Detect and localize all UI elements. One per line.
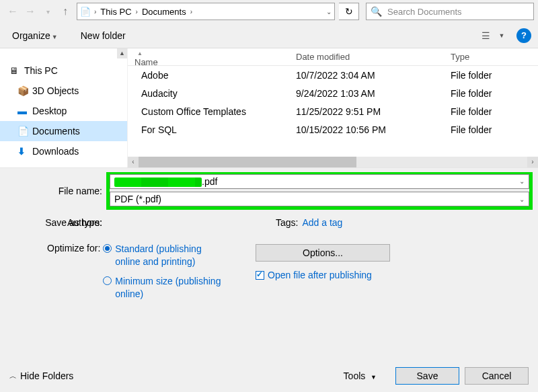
documents-icon [17, 126, 28, 136]
optimize-minsize-radio[interactable]: Minimum size (publishing online) [103, 275, 223, 301]
search-input[interactable]: 🔍 Search Documents [366, 3, 534, 20]
sidebar-item-downloads[interactable]: Downloads [0, 141, 127, 161]
forward-button[interactable]: → [22, 3, 39, 20]
sidebar: ▲ This PC 3D Objects Desktop Documents D… [0, 48, 128, 167]
scroll-right-icon[interactable]: › [527, 157, 538, 167]
saveas-label: Save as type: [7, 216, 108, 228]
chevron-up-icon: ︿ [9, 371, 17, 381]
saveas-highlight: .pdf ⌄ PDF (*.pdf) ⌄ [106, 172, 533, 210]
table-row[interactable]: Adobe 10/7/2022 3:04 AM File folder [128, 66, 538, 84]
sidebar-item-label: Desktop [32, 106, 67, 116]
save-button[interactable]: Save [395, 367, 459, 385]
scroll-left-icon[interactable]: ‹ [128, 157, 139, 167]
sidebar-item-label: Downloads [32, 146, 79, 157]
sidebar-item-label: This PC [24, 65, 58, 76]
back-button[interactable]: ← [4, 3, 22, 20]
optimize-standard-radio[interactable]: Standard (publishing online and printing… [103, 243, 223, 268]
view-list-icon[interactable]: ☰ [477, 28, 494, 44]
3d-icon [17, 85, 28, 96]
help-icon[interactable]: ? [516, 28, 531, 43]
organize-menu[interactable]: Organize▼ [7, 28, 63, 44]
checkbox-icon [256, 271, 264, 280]
breadcrumb[interactable]: 📄 › This PC › Documents › ⌄ [77, 3, 335, 20]
column-header-type[interactable]: Type [451, 52, 538, 62]
options-button[interactable]: Options... [256, 244, 390, 262]
chevron-right-icon: › [92, 8, 98, 15]
scroll-up-icon[interactable]: ▲ [117, 48, 127, 58]
pc-icon [9, 65, 20, 76]
open-after-checkbox[interactable]: Open file after publishing [256, 270, 531, 280]
sidebar-item-documents[interactable]: Documents [0, 121, 127, 141]
hscrollbar[interactable]: ‹ › [128, 157, 538, 167]
refresh-button[interactable]: ↻ [339, 3, 359, 20]
radio-icon [103, 244, 112, 253]
search-placeholder: Search Documents [387, 7, 462, 17]
chevron-down-icon[interactable]: ⌄ [326, 8, 332, 15]
file-list: ▲ Name Date modified Type Adobe 10/7/202… [128, 48, 538, 167]
filename-input[interactable]: .pdf ⌄ [110, 174, 529, 189]
cancel-button[interactable]: Cancel [465, 367, 529, 385]
radio-icon [103, 276, 112, 285]
sidebar-item-desktop[interactable]: Desktop [0, 101, 127, 121]
tools-menu[interactable]: Tools ▼ [344, 370, 377, 381]
breadcrumb-seg[interactable]: This PC [98, 7, 133, 17]
table-row[interactable]: Audacity 9/24/2022 1:03 AM File folder [128, 84, 538, 102]
chevron-right-icon: › [188, 8, 194, 15]
sidebar-item-label: 3D Objects [32, 85, 79, 96]
search-icon: 🔍 [371, 6, 382, 17]
download-icon [17, 146, 28, 157]
saveas-type-dropdown[interactable]: PDF (*.pdf) ⌄ [110, 192, 529, 206]
chevron-right-icon: › [134, 8, 140, 15]
column-header-date[interactable]: Date modified [296, 52, 451, 62]
up-button[interactable]: ↑ [56, 3, 74, 20]
filename-label: File name: [7, 186, 108, 196]
table-row[interactable]: For SQL 10/15/2022 10:56 PM File folder [128, 120, 538, 139]
desktop-icon [17, 106, 28, 116]
breadcrumb-seg[interactable]: Documents [140, 7, 188, 17]
column-header-name[interactable]: ▲ Name [134, 48, 296, 67]
sidebar-item-this-pc[interactable]: This PC [0, 61, 127, 81]
recent-dropdown[interactable]: ▾ [39, 3, 56, 20]
sidebar-item-3d-objects[interactable]: 3D Objects [0, 81, 127, 101]
sidebar-item-label: Documents [32, 126, 80, 136]
view-dropdown[interactable]: ▼ [494, 28, 510, 44]
scroll-thumb[interactable] [139, 157, 356, 167]
table-row[interactable]: Custom Office Templates 11/25/2022 9:51 … [128, 102, 538, 120]
optimize-label: Optimize for: [47, 243, 100, 253]
documents-icon: 📄 [80, 7, 89, 16]
hide-folders-toggle[interactable]: ︿ Hide Folders [9, 370, 73, 381]
new-folder-button[interactable]: New folder [75, 28, 131, 44]
